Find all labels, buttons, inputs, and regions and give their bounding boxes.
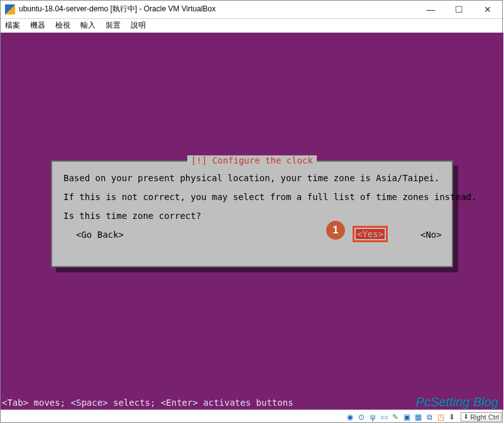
display-icon[interactable]: ▣ [402,412,412,422]
watermark-text: PcSetting Blog [416,395,498,410]
shared-folder-icon[interactable]: ▭ [379,412,389,422]
dialog-title: [!] Configure the clock [187,155,317,165]
go-back-button[interactable]: <Go Back> [76,230,124,240]
dialog-text-3: Is this time zone correct? [63,211,441,221]
yes-button-highlight: <Yes> [353,226,388,242]
host-key-label: Right Ctrl [470,413,499,421]
audio-icon[interactable]: ⧉ [424,412,434,422]
usb-icon[interactable]: ψ [368,412,378,422]
menu-bar: 檔案 機器 檢視 輸入 裝置 說明 [0,19,504,33]
edit-icon[interactable]: ✎ [390,412,400,422]
network-icon[interactable]: ◳ [436,412,446,422]
dialog-text-2: If this is not correct, you may select f… [63,192,441,202]
maximize-button[interactable]: ☐ [445,1,473,18]
menu-devices[interactable]: 裝置 [106,20,121,31]
menu-machine[interactable]: 機器 [30,20,45,31]
menu-input[interactable]: 輸入 [80,20,96,31]
record-icon[interactable]: ▦ [413,412,423,422]
status-bar: ◉ ⊙ ψ ▭ ✎ ▣ ▦ ⧉ ◳ ⬇ ⬇ Right Ctrl [0,410,504,423]
configure-clock-dialog: [!] Configure the clock Based on your pr… [51,160,458,272]
optical-drive-icon[interactable]: ⊙ [356,412,366,422]
hostkey-arrow-icon: ⬇ [463,413,469,421]
virtualbox-icon [5,4,15,14]
keyboard-help-line: <Tab> moves; <Space> selects; <Enter> ac… [1,398,293,408]
minimize-button[interactable]: — [417,1,445,18]
mouse-integration-icon[interactable]: ⬇ [447,412,457,422]
annotation-step-1: 1 [326,221,345,240]
menu-view[interactable]: 檢視 [55,20,70,31]
window-title: ubuntu-18.04-server-demo [執行中] - Oracle … [19,4,417,14]
no-button[interactable]: <No> [420,230,442,240]
harddisk-icon[interactable]: ◉ [345,412,355,422]
close-button[interactable]: ✕ [473,1,501,18]
menu-help[interactable]: 說明 [131,20,146,31]
dialog-box: [!] Configure the clock Based on your pr… [51,160,453,267]
host-key-indicator[interactable]: ⬇ Right Ctrl [461,412,501,421]
dialog-text-1: Based on your present physical location,… [63,173,441,183]
menu-file[interactable]: 檔案 [5,20,20,31]
vm-display[interactable]: [!] Configure the clock Based on your pr… [1,33,503,410]
window-titlebar: ubuntu-18.04-server-demo [執行中] - Oracle … [0,0,504,19]
yes-button[interactable]: <Yes> [356,229,385,239]
